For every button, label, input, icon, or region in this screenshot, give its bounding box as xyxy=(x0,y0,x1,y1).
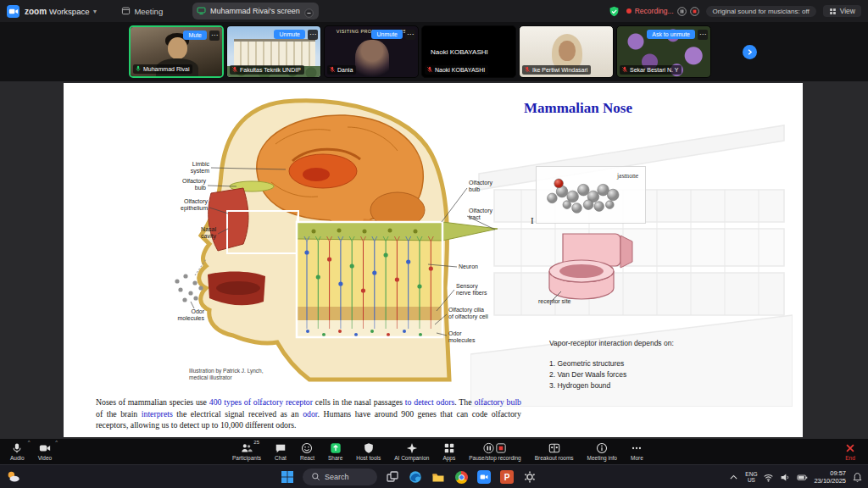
vapor-list-item: 2. Van Der Waals forces xyxy=(549,369,685,380)
illustration-attribution: Illustration by Patrick J. Lynch, medica… xyxy=(189,368,264,381)
participant-tile-5[interactable]: Ike Pertiwi Windasari xyxy=(519,25,614,78)
tab-shared-screen[interactable]: Muhammad Rivai's screen xyxy=(192,3,319,19)
mic-muted-icon xyxy=(426,66,433,74)
mic-muted-icon xyxy=(524,66,531,74)
shared-screen-area: Mammalian Nose xyxy=(0,81,868,439)
battery-icon[interactable] xyxy=(797,472,808,483)
system-tray: ENG US 09:57 23/10/2025 xyxy=(728,465,863,488)
participant-name-label: Ike Pertiwi Windasari xyxy=(522,65,591,75)
text-cursor: I xyxy=(531,215,534,225)
diagram-label: Odormolecules xyxy=(177,308,204,321)
participant-more-button[interactable]: ⋯ xyxy=(209,30,220,41)
toolbar-meeting-info[interactable]: Meeting info xyxy=(581,439,624,464)
participant-tile-2[interactable]: Unmute⋯Fakultas Teknik UNDIP xyxy=(226,25,321,78)
tab-meeting[interactable]: Meeting xyxy=(121,6,163,17)
recording-indicator: Recording... xyxy=(626,7,699,16)
workspace-label: Workspace xyxy=(49,7,89,16)
chevron-up-icon[interactable]: ^ xyxy=(55,440,58,445)
taskview-icon[interactable] xyxy=(385,469,400,485)
vapor-list: 1. Geometric structures2. Van Der Waals … xyxy=(549,358,685,391)
workspace-menu[interactable]: zoom Workspace ▼ xyxy=(25,7,97,16)
next-page-button[interactable] xyxy=(743,45,757,59)
participants-count: 25 xyxy=(253,440,259,445)
zoom-logo-icon[interactable] xyxy=(7,5,19,18)
info-icon xyxy=(596,442,608,454)
app-name: zoom xyxy=(25,7,47,16)
record-icon xyxy=(483,442,507,454)
people-icon: 25 xyxy=(241,442,253,454)
taskbar-clock[interactable]: 09:57 23/10/2025 xyxy=(814,469,846,485)
taskbar-search[interactable]: Search xyxy=(303,469,377,485)
toolbar-ai-companion[interactable]: AI Companion xyxy=(387,439,436,464)
windows-taskbar: Search P ENG US 09:57 23/10/2025 xyxy=(0,464,868,488)
toolbar-audio[interactable]: ^Audio xyxy=(3,439,31,464)
edge-icon[interactable] xyxy=(408,469,423,485)
participant-name-label: Fakultas Teknik UNDIP xyxy=(230,65,304,75)
participant-tile-4[interactable]: Naoki KOBAYASHINaoki KOBAYASHI xyxy=(421,25,516,78)
minimize-tab-icon[interactable] xyxy=(304,6,314,16)
toolbar-left-group: ^Audio^Video xyxy=(3,439,58,464)
mute-unmute-button[interactable]: Unmute xyxy=(274,30,305,39)
toolbar-center-group: 25ParticipantsChatReactShareHost toolsAI… xyxy=(225,439,650,464)
tray-chevron-up-icon[interactable] xyxy=(728,472,739,483)
toolbar-chat[interactable]: Chat xyxy=(268,439,293,464)
chevron-up-icon[interactable]: ^ xyxy=(28,440,31,445)
weather-widget-icon[interactable] xyxy=(6,469,20,484)
folder-icon[interactable] xyxy=(431,469,446,485)
ppt-icon[interactable]: P xyxy=(499,469,515,485)
view-button[interactable]: View xyxy=(823,5,861,17)
toolbar-participants[interactable]: 25Participants xyxy=(225,439,268,464)
participant-more-button[interactable]: ⋯ xyxy=(405,30,415,40)
gear-icon[interactable] xyxy=(522,469,537,485)
toolbar-react[interactable]: React xyxy=(293,439,321,464)
toolbar-share[interactable]: Share xyxy=(321,439,349,464)
start-button[interactable] xyxy=(280,469,295,485)
wifi-icon[interactable] xyxy=(763,472,774,483)
participant-more-button[interactable]: ⋯ xyxy=(698,30,708,40)
diagram-label: Limbicsystem xyxy=(191,161,210,175)
participant-name-label: Naoki KOBAYASHI xyxy=(425,65,488,75)
participant-name-label: Dania xyxy=(327,65,356,75)
mute-unmute-button[interactable]: Unmute xyxy=(371,30,403,39)
slide-title: Mammalian Nose xyxy=(524,100,632,117)
sparkle-icon xyxy=(406,442,418,454)
vapor-list-item: 3. Hydrogen bound xyxy=(549,380,685,391)
vapor-interaction-block: Vapor-receptor interaction depends on: 1… xyxy=(549,338,685,391)
notifications-bell-icon[interactable] xyxy=(852,472,863,483)
stop-recording-button[interactable] xyxy=(690,7,699,16)
volume-icon[interactable] xyxy=(780,472,791,483)
taskbar-time: 09:57 xyxy=(814,469,846,477)
slide-caption: Noses of mammalian species use 400 types… xyxy=(96,396,521,431)
toolbar-pause-stop-recording[interactable]: Pause/stop recording xyxy=(462,439,527,464)
mic-on-icon xyxy=(135,65,142,73)
diagram-label: Sensorynerve fibers xyxy=(456,283,487,296)
diagram-label: Olfactorybulb xyxy=(182,178,207,191)
original-sound-toggle[interactable]: Original sound for musicians: off xyxy=(706,6,816,17)
toolbar-host-tools[interactable]: Host tools xyxy=(349,439,387,464)
toolbar-video[interactable]: ^Video xyxy=(31,439,59,464)
language-indicator[interactable]: ENG US xyxy=(745,471,757,483)
participant-name-label: Muhammad Rivai xyxy=(133,64,192,74)
participant-more-button[interactable]: ⋯ xyxy=(308,30,318,40)
diagram-label: Olfactorybulb xyxy=(469,180,493,192)
toolbar-breakout-rooms[interactable]: Breakout rooms xyxy=(528,439,581,464)
chrome-icon[interactable] xyxy=(453,469,469,485)
participant-tile-3[interactable]: VISITING PROFESSOR 2025Unmute⋯Dania xyxy=(324,25,419,78)
mute-unmute-button[interactable]: Ask to unmute xyxy=(647,30,695,39)
toolbar-more[interactable]: More xyxy=(624,439,650,464)
vapor-list-item: 1. Geometric structures xyxy=(549,358,685,369)
diagram-label: Odormolecules xyxy=(448,330,476,343)
zoomapp-icon[interactable] xyxy=(476,469,492,485)
participant-tile-1[interactable]: Mute⋯Muhammad Rivai xyxy=(129,25,224,78)
mute-unmute-button[interactable]: Mute xyxy=(183,30,207,40)
toolbar-apps[interactable]: Apps xyxy=(436,439,462,464)
topbar-right-cluster: Recording... Original sound for musician… xyxy=(609,0,861,22)
participants-filmstrip: Mute⋯Muhammad RivaiUnmute⋯Fakultas Tekni… xyxy=(0,22,868,81)
apps-icon xyxy=(443,442,455,454)
presentation-slide: Mammalian Nose xyxy=(64,83,803,437)
toolbar-end[interactable]: End xyxy=(837,439,863,464)
pause-recording-button[interactable] xyxy=(677,7,687,16)
encryption-shield-icon[interactable] xyxy=(609,6,620,17)
participant-tile-6[interactable]: Ask to unmute⋯Sekar Bestari N. Y xyxy=(616,25,711,78)
chevron-right-icon xyxy=(745,45,754,60)
